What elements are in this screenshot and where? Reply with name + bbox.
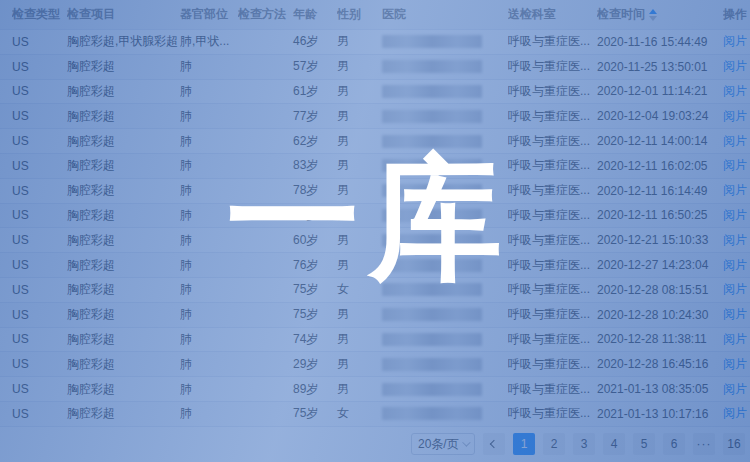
hospital-redacted-block <box>382 283 482 296</box>
page-button-3[interactable]: 3 <box>573 433 595 455</box>
cell-organ: 肺 <box>180 331 238 348</box>
cell-hospital <box>382 184 508 197</box>
cell-time: 2020-12-28 08:15:51 <box>597 283 723 297</box>
cell-action: 阅片 <box>723 108 750 125</box>
hospital-redacted-block <box>382 358 482 371</box>
cell-action: 阅片 <box>723 157 750 174</box>
chevron-left-icon <box>490 440 498 448</box>
cell-department: 呼吸与重症医... <box>508 405 597 422</box>
cell-time: 2020-12-27 14:23:04 <box>597 258 723 272</box>
cell-item: 胸腔彩超 <box>67 83 180 100</box>
cell-organ: 肺 <box>180 257 238 274</box>
cell-action: 阅片 <box>723 257 750 274</box>
view-film-link[interactable]: 阅片 <box>723 406 747 420</box>
page-button-5[interactable]: 5 <box>633 433 655 455</box>
page-size-select[interactable]: 20条/页 <box>411 433 475 455</box>
cell-type: US <box>12 233 67 247</box>
view-film-link[interactable]: 阅片 <box>723 357 747 371</box>
view-film-link[interactable]: 阅片 <box>723 134 747 148</box>
view-film-link[interactable]: 阅片 <box>723 258 747 272</box>
cell-department: 呼吸与重症医... <box>508 281 597 298</box>
cell-item: 胸腔彩超 <box>67 182 180 199</box>
hospital-redacted-block <box>382 308 482 321</box>
view-film-link[interactable]: 阅片 <box>723 282 747 296</box>
page-button-2[interactable]: 2 <box>543 433 565 455</box>
hospital-redacted-block <box>382 333 482 346</box>
page-button-16[interactable]: 16 <box>723 433 745 455</box>
cell-organ: 肺 <box>180 157 238 174</box>
cell-gender: 男 <box>337 306 382 323</box>
view-film-link[interactable]: 阅片 <box>723 332 747 346</box>
view-film-link[interactable]: 阅片 <box>723 109 747 123</box>
cell-type: US <box>12 208 67 222</box>
cell-department: 呼吸与重症医... <box>508 182 597 199</box>
exam-table: 检查类型检查项目器官部位检查方法年龄性别医院送检科室检查时间操作 US胸腔彩超,… <box>0 0 750 427</box>
sort-carets-icon[interactable] <box>649 9 657 21</box>
cell-hospital <box>382 60 508 73</box>
cell-hospital <box>382 407 508 420</box>
sort-ascending-icon <box>649 9 657 14</box>
cell-gender: 男 <box>337 58 382 75</box>
cell-hospital <box>382 383 508 396</box>
column-header-label: 器官部位 <box>180 6 228 23</box>
cell-department: 呼吸与重症医... <box>508 257 597 274</box>
cell-type: US <box>12 184 67 198</box>
hospital-redacted-block <box>382 85 482 98</box>
page-button-1[interactable]: 1 <box>513 433 535 455</box>
view-film-link[interactable]: 阅片 <box>723 233 747 247</box>
hospital-redacted-block <box>382 383 482 396</box>
table-row: US胸腔彩超肺61岁男呼吸与重症医...2020-12-01 11:14:21阅… <box>0 80 750 105</box>
cell-age: 83岁 <box>293 157 337 174</box>
cell-gender: 男 <box>337 257 382 274</box>
cell-organ: 肺,甲状... <box>180 33 238 50</box>
cell-type: US <box>12 159 67 173</box>
cell-time: 2021-01-13 10:17:16 <box>597 407 723 421</box>
table-row: US胸腔彩超肺62岁男呼吸与重症医...2020-12-11 14:00:14阅… <box>0 129 750 154</box>
cell-type: US <box>12 60 67 74</box>
column-header-gender: 性别 <box>337 6 382 23</box>
view-film-link[interactable]: 阅片 <box>723 84 747 98</box>
column-header-hospital: 医院 <box>382 6 508 23</box>
column-header-method: 检查方法 <box>238 6 293 23</box>
page-button-4[interactable]: 4 <box>603 433 625 455</box>
view-film-link[interactable]: 阅片 <box>723 34 747 48</box>
cell-item: 胸腔彩超 <box>67 405 180 422</box>
table-row: US胸腔彩超肺29岁男呼吸与重症医...2020-12-28 16:45:16阅… <box>0 352 750 377</box>
cell-department: 呼吸与重症医... <box>508 108 597 125</box>
cell-gender: 女 <box>337 207 382 224</box>
cell-organ: 肺 <box>180 405 238 422</box>
cell-age: 76岁 <box>293 207 337 224</box>
table-row: US胸腔彩超肺75岁男呼吸与重症医...2020-12-28 10:24:30阅… <box>0 303 750 328</box>
view-film-link[interactable]: 阅片 <box>723 183 747 197</box>
cell-department: 呼吸与重症医... <box>508 58 597 75</box>
table-row: US胸腔彩超肺74岁男呼吸与重症医...2020-12-28 11:38:11阅… <box>0 328 750 353</box>
cell-action: 阅片 <box>723 133 750 150</box>
column-header-department: 送检科室 <box>508 6 597 23</box>
cell-action: 阅片 <box>723 281 750 298</box>
cell-age: 76岁 <box>293 257 337 274</box>
cell-gender: 男 <box>337 108 382 125</box>
table-row: US胸腔彩超肺78岁男呼吸与重症医...2020-12-11 16:14:49阅… <box>0 179 750 204</box>
cell-item: 胸腔彩超 <box>67 381 180 398</box>
view-film-link[interactable]: 阅片 <box>723 158 747 172</box>
cell-time: 2020-12-01 11:14:21 <box>597 84 723 98</box>
more-pages-button[interactable]: ··· <box>693 433 715 455</box>
column-header-label: 性别 <box>337 6 361 23</box>
cell-type: US <box>12 109 67 123</box>
hospital-redacted-block <box>382 35 482 48</box>
view-film-link[interactable]: 阅片 <box>723 208 747 222</box>
cell-action: 阅片 <box>723 83 750 100</box>
cell-action: 阅片 <box>723 207 750 224</box>
cell-organ: 肺 <box>180 381 238 398</box>
view-film-link[interactable]: 阅片 <box>723 59 747 73</box>
column-header-age: 年龄 <box>293 6 337 23</box>
page-button-6[interactable]: 6 <box>663 433 685 455</box>
view-film-link[interactable]: 阅片 <box>723 382 747 396</box>
cell-department: 呼吸与重症医... <box>508 207 597 224</box>
table-row: US胸腔彩超肺76岁女呼吸与重症医...2020-12-11 16:50:25阅… <box>0 204 750 229</box>
cell-time: 2020-12-11 16:14:49 <box>597 184 723 198</box>
cell-item: 胸腔彩超 <box>67 257 180 274</box>
prev-page-button[interactable] <box>483 433 505 455</box>
column-header-time[interactable]: 检查时间 <box>597 6 723 23</box>
view-film-link[interactable]: 阅片 <box>723 307 747 321</box>
